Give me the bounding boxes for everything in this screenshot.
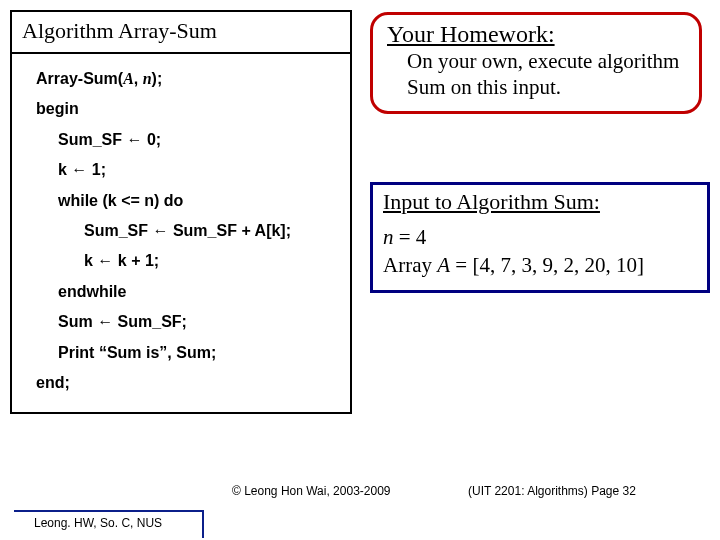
input-array-line: Array A = [4, 7, 3, 9, 2, 20, 10] xyxy=(383,251,697,279)
input-arr-pre: Array xyxy=(383,253,437,277)
algo-line-8: Print “Sum is”, Sum; xyxy=(22,338,340,368)
input-n-line: n = 4 xyxy=(383,223,697,251)
input-title: Input to Algorithm Sum: xyxy=(383,189,697,215)
algorithm-box: Algorithm Array-Sum Array-Sum(A, n); beg… xyxy=(10,10,352,414)
l4arrow: ← xyxy=(152,222,168,239)
page-note: (UIT 2201: Algorithms) Page 32 xyxy=(468,484,636,498)
sig-n: n xyxy=(143,70,152,87)
l7arrow: ← xyxy=(97,313,113,330)
algo-line-1: Sum_SF ← 0; xyxy=(22,125,340,155)
l5a: k xyxy=(84,252,97,269)
l2a: k xyxy=(58,161,71,178)
copyright-text: © Leong Hon Wai, 2003-2009 xyxy=(232,484,391,498)
l1arrow: ← xyxy=(126,131,142,148)
author-box: Leong. HW, So. C, NUS xyxy=(14,510,204,538)
l4a: Sum_SF xyxy=(84,222,152,239)
input-n-val: = 4 xyxy=(394,225,427,249)
input-arr-val: = [4, 7, 3, 9, 2, 20, 10] xyxy=(450,253,644,277)
l7a: Sum xyxy=(58,313,97,330)
l5b: k + 1; xyxy=(113,252,159,269)
homework-title: Your Homework: xyxy=(387,21,685,48)
l1b: 0; xyxy=(142,131,161,148)
l5arrow: ← xyxy=(97,252,113,269)
homework-callout: Your Homework: On your own, execute algo… xyxy=(370,12,702,114)
l2b: 1; xyxy=(87,161,106,178)
input-body: n = 4 Array A = [4, 7, 3, 9, 2, 20, 10] xyxy=(383,223,697,280)
algorithm-body: Array-Sum(A, n); begin Sum_SF ← 0; k ← 1… xyxy=(12,54,350,412)
sig-comma: , xyxy=(134,70,143,87)
algorithm-title: Algorithm Array-Sum xyxy=(12,12,350,54)
algo-end: end; xyxy=(22,368,340,398)
homework-body: On your own, execute algorithm Sum on th… xyxy=(387,48,685,101)
input-callout: Input to Algorithm Sum: n = 4 Array A = … xyxy=(370,182,710,293)
input-n-var: n xyxy=(383,225,394,249)
l7b: Sum_SF; xyxy=(113,313,187,330)
algo-line-5: k ← k + 1; xyxy=(22,246,340,276)
l1a: Sum_SF xyxy=(58,131,126,148)
algo-line-3: while (k <= n) do xyxy=(22,186,340,216)
sig-pre: Array-Sum( xyxy=(36,70,123,87)
sig-a: A xyxy=(123,70,134,87)
algo-line-7: Sum ← Sum_SF; xyxy=(22,307,340,337)
algo-line-4: Sum_SF ← Sum_SF + A[k]; xyxy=(22,216,340,246)
l2arrow: ← xyxy=(71,161,87,178)
algo-begin: begin xyxy=(22,94,340,124)
input-arr-var: A xyxy=(437,253,450,277)
algo-line-2: k ← 1; xyxy=(22,155,340,185)
algo-line-6: endwhile xyxy=(22,277,340,307)
sig-post: ); xyxy=(152,70,163,87)
algo-signature: Array-Sum(A, n); xyxy=(22,64,340,94)
l4b: Sum_SF + A[k]; xyxy=(168,222,291,239)
